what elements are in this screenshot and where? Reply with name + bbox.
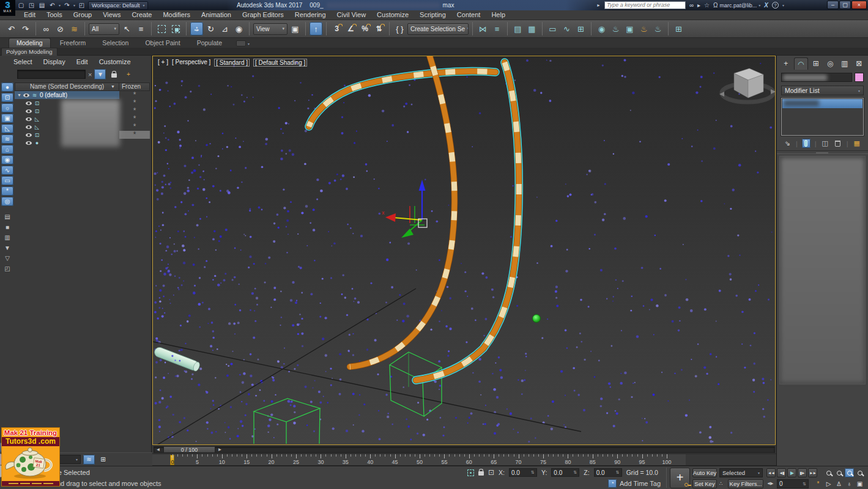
pin-stack-button[interactable]: ⇘ <box>783 139 792 148</box>
previous-frame-button[interactable]: ◄▮ <box>777 468 786 477</box>
menu-help[interactable]: Help <box>486 10 511 20</box>
x-coordinate-field[interactable]: 0.0⇅ <box>509 468 537 477</box>
maximize-viewport-toggle-button[interactable]: ▣ <box>855 479 864 488</box>
command-panel-tab-utilities[interactable]: ⊠ <box>853 57 866 70</box>
close-button[interactable]: × <box>851 1 867 9</box>
command-panel-tab-modify[interactable]: ◠ <box>794 57 809 70</box>
bind-to-space-warp-icon[interactable]: ≋ <box>68 22 81 35</box>
visibility-eye-icon[interactable] <box>23 94 29 97</box>
menu-views[interactable]: Views <box>97 10 126 20</box>
display-helpers-button[interactable]: ⌂ <box>1 145 13 154</box>
sort-by-type-button[interactable]: ■ <box>1 222 13 232</box>
filter-button[interactable]: ▼ <box>94 69 106 79</box>
spinner-icon[interactable]: ⇅ <box>616 470 620 475</box>
sort-alphabetical-button[interactable]: ▤ <box>1 212 13 221</box>
zoom-region-button[interactable] <box>855 468 864 477</box>
display-geometry-button[interactable]: ⊡ <box>1 93 13 102</box>
command-panel-tab-display[interactable]: ▥ <box>838 57 851 70</box>
viewport-pane-menu[interactable]: [ + ] <box>158 59 168 67</box>
zoom-button[interactable] <box>824 468 833 477</box>
viewport-canvas[interactable]: x <box>153 56 775 444</box>
view-cube[interactable] <box>719 68 775 102</box>
curve-editor-icon[interactable]: ∿ <box>560 22 573 35</box>
window-crossing-toggle-icon[interactable] <box>169 22 182 35</box>
key-filters-paw-icon[interactable]: ∴ <box>719 480 723 487</box>
rendered-frame-window-icon[interactable]: ▣ <box>623 22 636 35</box>
display-frozen-button[interactable]: * <box>1 186 13 196</box>
menu-create[interactable]: Create <box>126 10 157 20</box>
selection-lock-icon[interactable] <box>478 471 484 476</box>
filter-custom-button[interactable]: ▽ <box>1 254 13 263</box>
workspace-dropdown[interactable]: Workspace: Default ▾ <box>88 1 148 10</box>
previous-frame-arrow[interactable]: ◄ <box>154 446 162 453</box>
search-input[interactable]: Type a keyword or phrase <box>604 1 686 9</box>
display-shapes-button[interactable]: ◺ <box>1 124 13 133</box>
selection-set-dropdown[interactable]: Selected ▾ <box>719 468 763 477</box>
toggle-layer-explorer-icon[interactable]: ▦ <box>525 22 538 35</box>
mirror-icon[interactable]: ⋈ <box>477 22 489 35</box>
ribbon-tab-populate[interactable]: Populate <box>190 39 229 48</box>
modifier-list-dropdown[interactable]: Modifier List ▾ <box>781 86 864 95</box>
select-and-manipulate-icon[interactable]: ↑ <box>310 22 322 35</box>
orbit-button[interactable]: ♁ <box>845 479 854 488</box>
play-button[interactable]: ► <box>787 468 796 477</box>
menu-content[interactable]: Content <box>451 10 486 20</box>
green-sphere-point[interactable] <box>533 315 541 323</box>
layout-presets-icon[interactable]: ⊞ <box>672 22 685 35</box>
search-expand-icon[interactable]: ► <box>596 1 601 10</box>
menu-modifiers[interactable]: Modifiers <box>157 10 196 20</box>
visibility-eye-icon[interactable] <box>26 125 32 129</box>
menu-rendering[interactable]: Rendering <box>289 10 332 20</box>
select-and-move-icon[interactable]: ↔↕ <box>190 22 203 35</box>
spinner-icon[interactable]: ⇅ <box>531 470 535 475</box>
zoom-extents-button[interactable] <box>845 468 854 477</box>
viewport-shading-menu[interactable]: [ Default Shading ] <box>253 59 307 67</box>
menu-civil-view[interactable]: Civil View <box>332 10 371 20</box>
time-slider-thumb[interactable]: 0 / 100 <box>163 446 215 453</box>
next-frame-arrow[interactable]: ► <box>216 446 224 453</box>
display-containers-button[interactable]: ▭ <box>1 176 13 185</box>
visibility-eye-icon[interactable] <box>26 141 32 145</box>
remove-modifier-button[interactable] <box>834 139 842 148</box>
key-step-icons[interactable]: ◄▶ <box>766 481 773 486</box>
select-object-icon[interactable]: ↖ <box>121 22 133 35</box>
command-panel-tab-hierarchy[interactable]: ⊞ <box>809 57 823 70</box>
visibility-eye-icon[interactable] <box>26 133 32 137</box>
render-iterative-icon[interactable]: ♨ <box>651 22 664 35</box>
menu-graph-editors[interactable]: Graph Editors <box>237 10 289 20</box>
menu-edit[interactable]: Edit <box>18 10 41 20</box>
current-frame-field[interactable]: 0 ⇅ <box>777 479 809 488</box>
display-hidden-button[interactable]: ◎ <box>1 197 13 206</box>
next-frame-button[interactable]: ▮► <box>798 468 807 477</box>
command-panel-tab-motion[interactable]: ◎ <box>824 57 837 70</box>
unlink-selection-icon[interactable]: ⊘ <box>54 22 67 35</box>
explorer-menu-select[interactable]: Select <box>9 57 37 66</box>
selection-filter-dropdown[interactable]: All▾ <box>89 23 119 35</box>
select-and-place-icon[interactable]: ◉ <box>232 22 245 35</box>
track-bar[interactable]: 0510152025303540455055606570758085909510… <box>152 454 776 466</box>
help-icon[interactable]: ? <box>772 2 779 9</box>
use-pivot-point-center-icon[interactable]: ▣ <box>289 22 302 35</box>
layer-name[interactable]: 0 (default) <box>40 92 67 98</box>
explorer-menu-edit[interactable]: Edit <box>72 57 93 66</box>
expander-icon[interactable]: ▼ <box>17 93 21 97</box>
absolute-mode-icon[interactable]: ⊡ <box>488 468 494 477</box>
sort-by-color-button[interactable]: ▥ <box>1 233 13 242</box>
reference-coordinate-system-dropdown[interactable]: View▾ <box>253 23 287 35</box>
percent-snap-toggle-icon[interactable]: % <box>358 22 371 35</box>
favorites-star-icon[interactable]: ☆ <box>704 1 710 10</box>
display-cameras-button[interactable]: ▣ <box>1 114 13 123</box>
redo-scene-operation-button[interactable]: ↷ <box>63 1 71 10</box>
explorer-search-input[interactable] <box>17 70 86 79</box>
snaps-toggle-icon[interactable]: 3 <box>330 22 343 35</box>
set-keys-button[interactable]: + <box>670 468 690 488</box>
restore-button[interactable]: ▢ <box>839 1 851 9</box>
menu-customize[interactable]: Customize <box>371 10 414 20</box>
display-lights-button[interactable]: ☼ <box>1 103 13 112</box>
select-and-rotate-icon[interactable]: ↻ <box>204 22 217 35</box>
z-coordinate-field[interactable]: 0.0⇅ <box>594 468 622 477</box>
auto-key-button[interactable]: Auto Key <box>692 468 717 477</box>
frozen-toggle[interactable]: * <box>119 131 150 139</box>
striped-tube-middle[interactable] <box>350 56 454 367</box>
lock-explorer-button[interactable] <box>108 69 120 79</box>
